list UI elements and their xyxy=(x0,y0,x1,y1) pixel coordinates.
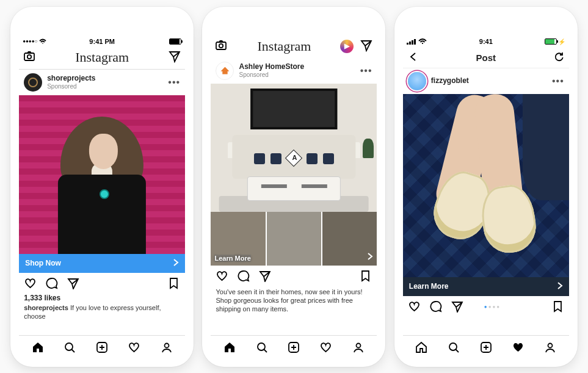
tab-search[interactable] xyxy=(255,341,269,356)
tab-search[interactable] xyxy=(447,341,460,356)
cta-button[interactable]: Learn More xyxy=(403,277,569,296)
tab-search[interactable] xyxy=(63,341,76,356)
post-header[interactable]: fizzygoblet ••• xyxy=(403,68,569,94)
chevron-right-icon xyxy=(367,252,373,262)
tab-home[interactable] xyxy=(223,341,236,356)
screen-1: ●●●●○ 9:41 PM Instagram shoreprojects Sp… xyxy=(19,37,185,358)
share-icon[interactable] xyxy=(258,269,271,284)
more-options-icon[interactable]: ••• xyxy=(168,77,180,88)
post-media-grid[interactable]: Learn More xyxy=(211,212,377,266)
tab-create[interactable] xyxy=(479,341,493,356)
like-icon[interactable] xyxy=(24,277,37,291)
username[interactable]: Ashley HomeStore xyxy=(239,63,304,71)
comment-icon[interactable] xyxy=(237,269,250,284)
wifi-icon xyxy=(418,38,427,45)
camera-icon[interactable] xyxy=(214,38,228,54)
phone-1: ●●●●○ 9:41 PM Instagram shoreprojects Sp… xyxy=(10,7,194,367)
wifi-icon xyxy=(39,38,46,45)
svg-point-7 xyxy=(258,343,265,350)
screen-2: Instagram ▶ Ashley HomeStore Sponsored •… xyxy=(211,37,377,358)
tab-profile[interactable] xyxy=(543,341,557,356)
tab-bar xyxy=(211,335,377,358)
back-icon[interactable] xyxy=(408,51,419,64)
status-bar: ●●●●○ 9:41 PM xyxy=(19,37,185,47)
post-media[interactable] xyxy=(19,95,185,254)
phone-3: 9:41 ⚡ Post fizzygoblet ••• Learn Mo xyxy=(394,7,578,367)
tab-bar xyxy=(403,335,569,358)
cta-label: Learn More xyxy=(409,282,449,291)
cta-label: Shop Now xyxy=(25,259,61,267)
tab-home[interactable] xyxy=(31,341,45,356)
screen-3: 9:41 ⚡ Post fizzygoblet ••• Learn Mo xyxy=(403,37,569,358)
app-header: Instagram ▶ xyxy=(211,37,377,58)
share-icon[interactable] xyxy=(67,277,79,291)
app-header: Instagram xyxy=(19,47,185,70)
instagram-logo: Instagram xyxy=(75,49,129,65)
post-caption: shoreprojects If you love to express you… xyxy=(19,302,185,322)
tab-profile[interactable] xyxy=(160,341,173,356)
overlay-cta[interactable]: Learn More xyxy=(214,255,250,262)
bookmark-icon[interactable] xyxy=(167,277,180,291)
igtv-icon[interactable]: ▶ xyxy=(340,40,354,53)
send-icon[interactable] xyxy=(360,38,373,54)
battery-icon xyxy=(169,38,181,45)
page-header: Post xyxy=(403,48,569,68)
tab-create[interactable] xyxy=(95,341,109,356)
comment-icon[interactable] xyxy=(429,300,442,314)
svg-rect-5 xyxy=(216,42,226,49)
chevron-right-icon xyxy=(173,259,179,268)
svg-point-6 xyxy=(219,44,223,48)
svg-rect-0 xyxy=(24,53,34,60)
avatar[interactable] xyxy=(216,62,234,80)
battery-icon xyxy=(545,38,557,45)
share-icon[interactable] xyxy=(451,300,463,314)
signal-icon xyxy=(407,39,416,45)
instagram-logo: Instagram xyxy=(258,38,311,54)
svg-point-9 xyxy=(357,343,361,347)
like-icon[interactable] xyxy=(216,269,228,284)
post-header[interactable]: Ashley HomeStore Sponsored ••• xyxy=(211,58,377,84)
tab-activity[interactable] xyxy=(128,341,141,356)
tab-create[interactable] xyxy=(287,341,300,356)
sponsored-label: Sponsored xyxy=(239,71,304,78)
chevron-right-icon xyxy=(557,282,563,291)
more-options-icon[interactable]: ••• xyxy=(360,65,372,76)
tab-profile[interactable] xyxy=(352,341,365,356)
svg-point-1 xyxy=(27,55,31,59)
post-media-main[interactable] xyxy=(211,84,377,212)
post-actions: ●●●● xyxy=(403,296,569,317)
cta-button[interactable]: Shop Now xyxy=(19,254,185,273)
phone-2: Instagram ▶ Ashley HomeStore Sponsored •… xyxy=(202,7,385,367)
tab-activity[interactable] xyxy=(512,341,525,356)
avatar[interactable] xyxy=(24,73,42,92)
send-icon[interactable] xyxy=(168,49,181,65)
charging-icon: ⚡ xyxy=(558,38,565,45)
tab-activity[interactable] xyxy=(319,341,333,356)
tab-home[interactable] xyxy=(415,341,428,356)
likes-count[interactable]: 1,333 likes xyxy=(19,294,185,302)
status-time: 9:41 xyxy=(479,38,493,45)
tab-bar xyxy=(19,335,185,358)
more-options-icon[interactable]: ••• xyxy=(552,76,564,87)
svg-point-4 xyxy=(164,343,169,347)
username[interactable]: shoreprojects xyxy=(47,74,95,82)
camera-icon[interactable] xyxy=(23,49,36,65)
svg-point-10 xyxy=(449,343,457,350)
comment-icon[interactable] xyxy=(45,277,58,291)
username[interactable]: fizzygoblet xyxy=(431,77,469,85)
post-caption: You've seen it in their homes, now see i… xyxy=(211,286,377,315)
bookmark-icon[interactable] xyxy=(359,269,372,284)
post-actions xyxy=(211,266,377,286)
post-actions xyxy=(19,273,185,294)
status-time: 9:41 PM xyxy=(89,38,115,45)
carousel-indicator: ●●●● xyxy=(484,304,501,310)
avatar[interactable] xyxy=(408,72,426,90)
post-header[interactable]: shoreprojects Sponsored ••• xyxy=(19,70,185,95)
svg-point-12 xyxy=(548,343,553,347)
page-title: Post xyxy=(476,53,496,63)
refresh-icon[interactable] xyxy=(553,51,564,64)
post-media[interactable] xyxy=(403,94,569,277)
status-bar: 9:41 ⚡ xyxy=(403,37,569,48)
like-icon[interactable] xyxy=(408,300,421,314)
bookmark-icon[interactable] xyxy=(551,300,564,314)
